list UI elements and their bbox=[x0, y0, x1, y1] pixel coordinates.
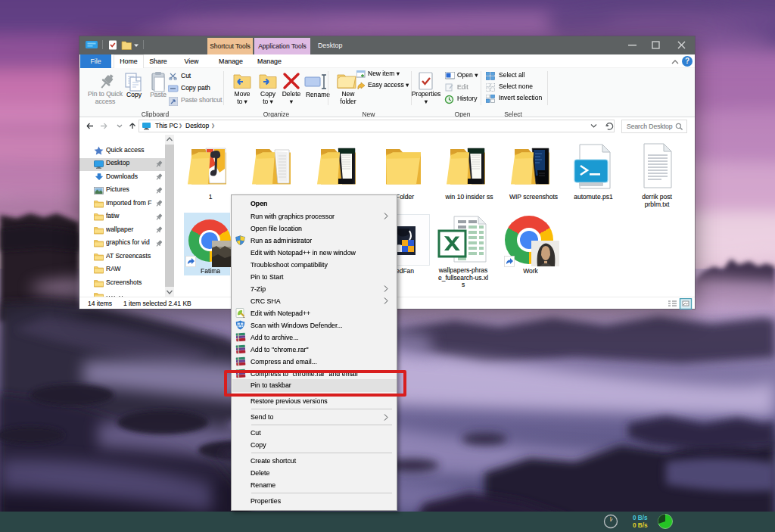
svg-text:0 B/s: 0 B/s bbox=[633, 515, 648, 521]
svg-text:0 B/s: 0 B/s bbox=[633, 522, 648, 529]
